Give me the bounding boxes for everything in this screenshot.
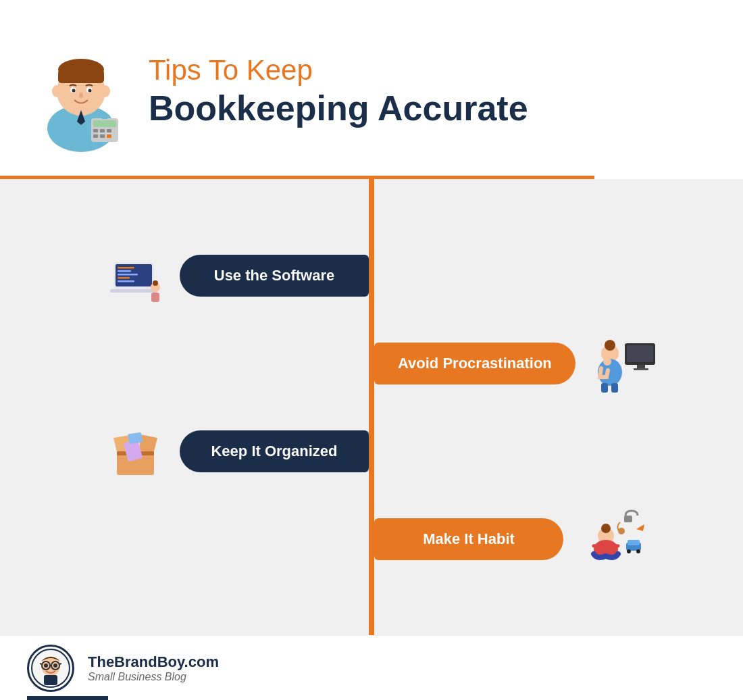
svg-rect-26 (118, 277, 130, 279)
right-side-make-habit: Make It Habit (372, 505, 743, 573)
svg-point-52 (627, 549, 631, 553)
svg-point-37 (605, 340, 615, 351)
svg-rect-19 (100, 134, 105, 138)
svg-point-39 (603, 357, 611, 366)
svg-rect-49 (624, 516, 632, 522)
svg-rect-34 (637, 365, 645, 368)
accountant-illustration (27, 30, 135, 152)
meditation-icon (575, 505, 650, 573)
header-title: Bookkeeping Accurate (149, 87, 528, 129)
svg-rect-24 (118, 270, 131, 272)
svg-point-47 (601, 524, 611, 533)
svg-rect-16 (100, 129, 105, 132)
tip-make-habit: Make It Habit (374, 518, 563, 560)
box-icon (107, 421, 168, 482)
main-content: Use the Software Avoid Procrastination (0, 179, 743, 635)
tip-use-software: Use the Software (180, 255, 369, 297)
svg-rect-51 (627, 540, 640, 545)
svg-rect-33 (627, 345, 653, 362)
svg-rect-28 (110, 289, 157, 293)
footer-brand-name: TheBrandBoy.com (88, 653, 219, 671)
svg-rect-15 (93, 129, 98, 132)
svg-rect-40 (601, 383, 608, 393)
svg-point-31 (153, 280, 158, 286)
footer-text: TheBrandBoy.com Small Business Blog (88, 653, 219, 683)
svg-rect-35 (634, 368, 648, 370)
svg-point-53 (636, 549, 640, 553)
svg-rect-30 (151, 293, 159, 302)
svg-point-7 (72, 89, 76, 93)
tip-row-make-habit: Make It Habit (0, 495, 743, 583)
svg-rect-23 (118, 267, 134, 269)
bottom-accent-bar (27, 696, 108, 700)
svg-point-11 (52, 85, 61, 97)
header-subtitle: Tips To Keep (149, 53, 528, 87)
svg-point-63 (53, 664, 57, 668)
left-side-keep-organized: Keep It Organized (0, 421, 372, 482)
procrastination-icon (588, 333, 662, 394)
tip-keep-organized: Keep It Organized (180, 430, 369, 472)
svg-line-61 (59, 664, 61, 664)
svg-rect-4 (58, 70, 104, 83)
right-side-avoid-procrastination: Avoid Procrastination (372, 333, 743, 394)
svg-point-9 (79, 93, 83, 98)
svg-point-12 (101, 85, 110, 97)
footer-logo (27, 645, 74, 692)
svg-rect-64 (44, 675, 57, 685)
footer-tagline: Small Business Blog (88, 671, 219, 683)
svg-rect-14 (93, 120, 116, 127)
svg-rect-17 (107, 129, 111, 132)
footer: TheBrandBoy.com Small Business Blog (0, 635, 743, 700)
svg-rect-18 (93, 134, 98, 138)
left-side-use-software: Use the Software (0, 245, 372, 306)
header: Tips To Keep Bookkeeping Accurate (0, 0, 743, 176)
svg-rect-41 (611, 383, 618, 393)
svg-rect-20 (107, 134, 111, 138)
svg-point-8 (88, 89, 92, 93)
tip-avoid-procrastination: Avoid Procrastination (374, 343, 575, 384)
svg-point-62 (44, 664, 48, 668)
svg-rect-25 (118, 274, 138, 276)
svg-point-54 (618, 528, 625, 534)
svg-rect-45 (128, 432, 143, 444)
header-text: Tips To Keep Bookkeeping Accurate (149, 53, 528, 130)
svg-rect-27 (118, 280, 134, 282)
laptop-icon (107, 245, 168, 306)
svg-line-60 (40, 664, 42, 664)
page-wrapper: Tips To Keep Bookkeeping Accurate (0, 0, 743, 700)
